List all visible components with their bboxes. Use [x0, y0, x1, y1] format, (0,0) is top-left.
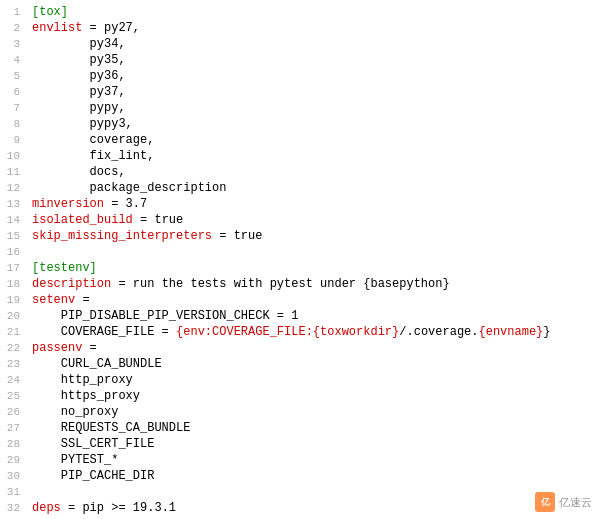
line-number: 1: [0, 4, 28, 20]
line-number: 5: [0, 68, 28, 84]
code-line: 31: [0, 484, 600, 500]
code-line: 9 coverage,: [0, 132, 600, 148]
line-number: 16: [0, 244, 28, 260]
code-area: 1[tox]2envlist = py27,3 py34,4 py35,5 py…: [0, 0, 600, 519]
line-number: 15: [0, 228, 28, 244]
code-line: 7 pypy,: [0, 100, 600, 116]
line-content: py34,: [28, 36, 600, 52]
line-content: docs,: [28, 164, 600, 180]
watermark: 亿 亿速云: [535, 492, 592, 512]
line-content: isolated_build = true: [28, 212, 600, 228]
code-line: 18description = run the tests with pytes…: [0, 276, 600, 292]
line-content: py36,: [28, 68, 600, 84]
line-content: description = run the tests with pytest …: [28, 276, 600, 292]
code-line: 12 package_description: [0, 180, 600, 196]
line-content: https_proxy: [28, 388, 600, 404]
line-content: PIP_DISABLE_PIP_VERSION_CHECK = 1: [28, 308, 600, 324]
code-line: 3 py34,: [0, 36, 600, 52]
code-line: 22passenv =: [0, 340, 600, 356]
line-content: passenv =: [28, 340, 600, 356]
line-content: fix_lint,: [28, 148, 600, 164]
line-number: 26: [0, 404, 28, 420]
line-number: 22: [0, 340, 28, 356]
line-number: 11: [0, 164, 28, 180]
code-line: 11 docs,: [0, 164, 600, 180]
line-number: 24: [0, 372, 28, 388]
code-line: 17[testenv]: [0, 260, 600, 276]
line-number: 31: [0, 484, 28, 500]
line-number: 8: [0, 116, 28, 132]
line-content: SSL_CERT_FILE: [28, 436, 600, 452]
line-content: PIP_CACHE_DIR: [28, 468, 600, 484]
line-number: 4: [0, 52, 28, 68]
code-line: 27 REQUESTS_CA_BUNDLE: [0, 420, 600, 436]
line-content: package_description: [28, 180, 600, 196]
code-line: 29 PYTEST_*: [0, 452, 600, 468]
line-content: py37,: [28, 84, 600, 100]
code-line: 14isolated_build = true: [0, 212, 600, 228]
line-number: 6: [0, 84, 28, 100]
code-line: 30 PIP_CACHE_DIR: [0, 468, 600, 484]
watermark-text: 亿速云: [559, 495, 592, 510]
code-line: 21 COVERAGE_FILE = {env:COVERAGE_FILE:{t…: [0, 324, 600, 340]
line-number: 19: [0, 292, 28, 308]
code-line: 6 py37,: [0, 84, 600, 100]
code-line: 8 pypy3,: [0, 116, 600, 132]
line-number: 10: [0, 148, 28, 164]
code-line: 24 http_proxy: [0, 372, 600, 388]
code-line: 25 https_proxy: [0, 388, 600, 404]
line-number: 2: [0, 20, 28, 36]
line-number: 30: [0, 468, 28, 484]
code-line: 10 fix_lint,: [0, 148, 600, 164]
line-content: skip_missing_interpreters = true: [28, 228, 600, 244]
line-content: setenv =: [28, 292, 600, 308]
code-line: 20 PIP_DISABLE_PIP_VERSION_CHECK = 1: [0, 308, 600, 324]
line-content: envlist = py27,: [28, 20, 600, 36]
line-number: 9: [0, 132, 28, 148]
code-line: 1[tox]: [0, 4, 600, 20]
line-content: py35,: [28, 52, 600, 68]
line-number: 25: [0, 388, 28, 404]
line-content: CURL_CA_BUNDLE: [28, 356, 600, 372]
line-number: 27: [0, 420, 28, 436]
line-number: 3: [0, 36, 28, 52]
line-content: PYTEST_*: [28, 452, 600, 468]
watermark-logo: 亿: [535, 492, 555, 512]
line-number: 32: [0, 500, 28, 516]
code-line: 32deps = pip >= 19.3.1: [0, 500, 600, 516]
code-line: 13minversion = 3.7: [0, 196, 600, 212]
code-line: 19setenv =: [0, 292, 600, 308]
line-content: no_proxy: [28, 404, 600, 420]
line-content: pypy3,: [28, 116, 600, 132]
line-content: [tox]: [28, 4, 600, 20]
line-content: http_proxy: [28, 372, 600, 388]
line-number: 21: [0, 324, 28, 340]
line-content: COVERAGE_FILE = {env:COVERAGE_FILE:{toxw…: [28, 324, 600, 340]
line-content: pypy,: [28, 100, 600, 116]
code-line: 16: [0, 244, 600, 260]
line-number: 29: [0, 452, 28, 468]
line-content: minversion = 3.7: [28, 196, 600, 212]
line-number: 17: [0, 260, 28, 276]
line-content: [testenv]: [28, 260, 600, 276]
code-line: 5 py36,: [0, 68, 600, 84]
line-number: 7: [0, 100, 28, 116]
code-line: 2envlist = py27,: [0, 20, 600, 36]
line-number: 20: [0, 308, 28, 324]
code-line: 4 py35,: [0, 52, 600, 68]
code-line: 28 SSL_CERT_FILE: [0, 436, 600, 452]
line-number: 28: [0, 436, 28, 452]
line-content: deps = pip >= 19.3.1: [28, 500, 600, 516]
code-line: 23 CURL_CA_BUNDLE: [0, 356, 600, 372]
line-content: coverage,: [28, 132, 600, 148]
editor-container: 1[tox]2envlist = py27,3 py34,4 py35,5 py…: [0, 0, 600, 519]
code-line: 15skip_missing_interpreters = true: [0, 228, 600, 244]
line-number: 18: [0, 276, 28, 292]
line-content: REQUESTS_CA_BUNDLE: [28, 420, 600, 436]
line-number: 12: [0, 180, 28, 196]
line-number: 23: [0, 356, 28, 372]
code-line: 26 no_proxy: [0, 404, 600, 420]
line-number: 13: [0, 196, 28, 212]
line-number: 14: [0, 212, 28, 228]
